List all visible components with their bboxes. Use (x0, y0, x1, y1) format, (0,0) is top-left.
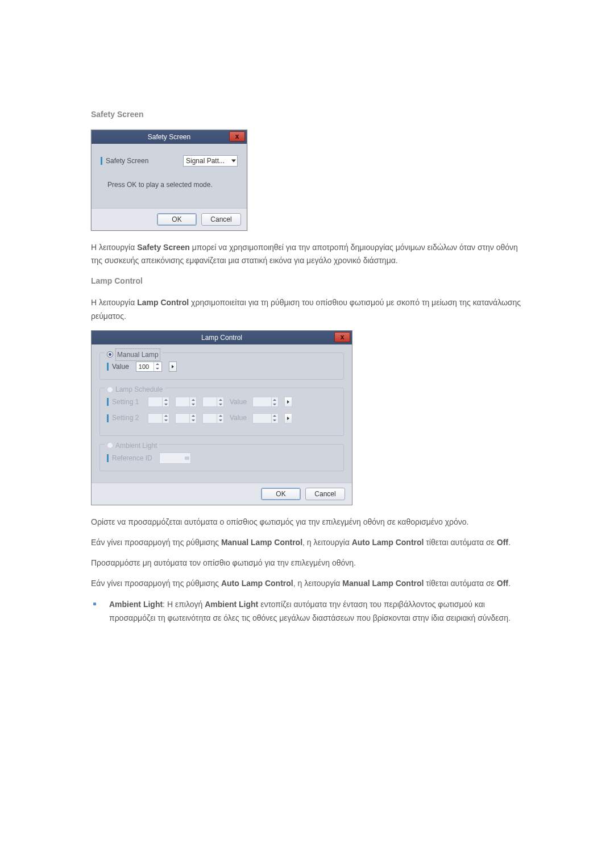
chevron-down-icon (185, 456, 189, 459)
chevron-down-icon (231, 159, 236, 162)
reference-id-label: Reference ID (107, 452, 152, 464)
setting2-ampm-stepper (202, 413, 224, 423)
dialog-hint-text: Press OK to play a selected mode. (101, 179, 238, 190)
lamp-control-intro: Η λειτουργία Lamp Control χρησιμοποιείτα… (91, 296, 523, 323)
lamp-control-dialog: Lamp Control x Manual Lamp Value 100 (91, 330, 352, 506)
chevron-up-icon[interactable] (154, 362, 161, 367)
setting2-value-stepper (252, 413, 279, 423)
lamp-schedule-group: Lamp Schedule Setting 1 Value (99, 388, 344, 436)
setting1-ampm-stepper (202, 397, 224, 407)
combo-value: Signal Patt... (186, 155, 225, 167)
signal-pattern-combo[interactable]: Signal Patt... (183, 155, 238, 167)
lamp-paragraph-5: Εάν γίνει προσαρμογή της ρύθμισης Auto L… (91, 577, 523, 591)
ambient-light-group: Ambient Light Reference ID (99, 444, 344, 471)
dialog-button-row: OK Cancel (92, 483, 352, 505)
setting2-value-label: Value (230, 412, 247, 423)
manual-lamp-group: Manual Lamp Value 100 (99, 352, 344, 380)
stepper-value: 100 (136, 362, 154, 371)
lamp-paragraph-2: Ορίστε να προσαρμόζεται αυτόματα ο οπίσθ… (91, 516, 523, 529)
cancel-button[interactable]: Cancel (201, 213, 241, 226)
safety-screen-dialog: Safety Screen x Safety Screen Signal Pat… (91, 130, 247, 231)
chevron-down-icon[interactable] (154, 367, 161, 371)
setting2-minute-stepper (175, 413, 197, 423)
slider-next-icon (284, 413, 292, 423)
ambient-light-radio[interactable] (107, 442, 113, 448)
reference-id-combo (159, 452, 191, 464)
setting1-label: Setting 1 (107, 396, 142, 408)
ambient-light-legend: Ambient Light (115, 440, 157, 451)
ambient-light-bullet-list: Ambient Light: Η επιλογή Ambient Light ε… (91, 598, 523, 625)
safety-screen-heading: Safety Screen (91, 108, 523, 122)
cancel-button[interactable]: Cancel (305, 488, 345, 500)
document-page: Safety Screen Safety Screen x Safety Scr… (0, 0, 614, 663)
lamp-schedule-legend: Lamp Schedule (115, 384, 163, 395)
setting1-minute-stepper (175, 397, 197, 407)
value-label: Value (107, 361, 129, 372)
lamp-schedule-radio[interactable] (107, 387, 113, 393)
dialog-body: Safety Screen Signal Patt... Press OK to… (92, 144, 247, 208)
lamp-paragraph-3: Εάν γίνει προσαρμογή της ρύθμισης Manual… (91, 536, 523, 550)
close-icon[interactable]: x (229, 131, 245, 142)
slider-next-icon[interactable] (169, 362, 177, 372)
dialog-titlebar: Lamp Control x (92, 331, 352, 344)
accent-bar-icon (107, 414, 109, 422)
manual-value-stepper[interactable]: 100 (136, 362, 162, 372)
lamp-control-heading: Lamp Control (91, 275, 523, 288)
dialog-title: Lamp Control (201, 334, 242, 342)
accent-bar-icon (107, 363, 109, 371)
dialog-titlebar: Safety Screen x (92, 130, 247, 144)
group-legend: Manual Lamp (105, 348, 163, 361)
setting1-hour-stepper (148, 397, 169, 407)
field-label-text: Safety Screen (106, 155, 148, 167)
setting2-hour-stepper (148, 413, 169, 423)
accent-bar-icon (107, 398, 109, 406)
slider-next-icon (284, 397, 292, 407)
safety-screen-label: Safety Screen (101, 155, 148, 167)
dialog-button-row: OK Cancel (92, 208, 247, 230)
dialog-title: Safety Screen (148, 133, 190, 141)
safety-screen-description: Η λειτουργία Safety Screen μπορεί να χρη… (91, 241, 523, 268)
accent-bar-icon (101, 157, 102, 165)
stepper-arrows (154, 362, 161, 371)
manual-lamp-radio[interactable] (107, 351, 113, 358)
group-legend: Ambient Light (105, 440, 159, 451)
ok-button[interactable]: OK (157, 213, 197, 226)
manual-lamp-legend: Manual Lamp (115, 348, 160, 361)
ok-button[interactable]: OK (261, 488, 301, 500)
group-legend: Lamp Schedule (105, 384, 165, 395)
lamp-paragraph-4: Προσαρμόστε μη αυτόματα τον οπίσθιο φωτι… (91, 556, 523, 570)
setting2-label: Setting 2 (107, 412, 142, 423)
setting1-value-label: Value (230, 396, 247, 408)
close-icon[interactable]: x (334, 332, 350, 342)
list-item: Ambient Light: Η επιλογή Ambient Light ε… (91, 598, 523, 625)
accent-bar-icon (107, 454, 109, 462)
dialog-body: Manual Lamp Value 100 (92, 344, 352, 483)
setting1-value-stepper (252, 397, 279, 407)
